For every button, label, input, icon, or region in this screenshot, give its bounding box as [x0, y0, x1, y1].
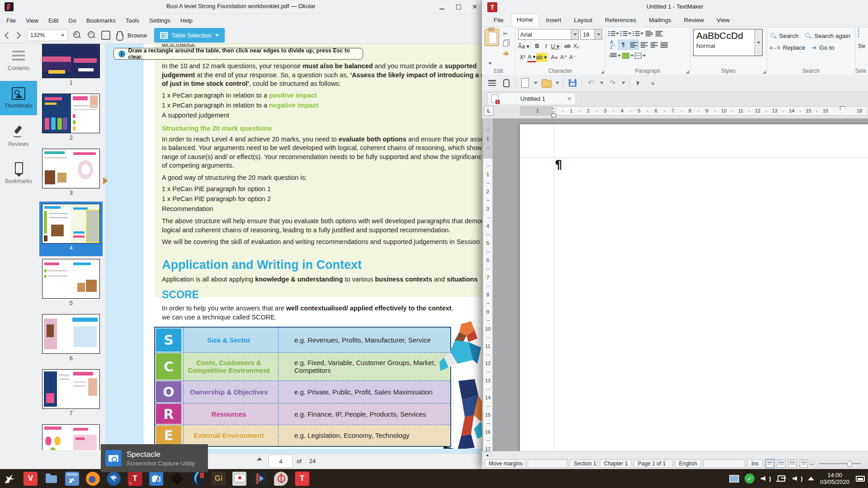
paste-dropdown-icon[interactable] [488, 62, 492, 65]
menu-hamburger-icon[interactable] [486, 78, 497, 89]
pdf-viewport[interactable]: all 8 marks.Structuring the 10 and 12 ma… [105, 44, 482, 453]
thumbnail-item-6[interactable]: 6 [42, 314, 100, 365]
strikethrough-button[interactable]: ab [563, 42, 572, 51]
tab-layout[interactable]: Layout [569, 14, 598, 27]
search-item-go-to[interactable]: ➔Go to [811, 42, 834, 53]
font-color-button[interactable]: A ▾ [527, 52, 536, 62]
superscript-button[interactable]: X² [518, 53, 527, 62]
indent-marker-icon[interactable] [552, 106, 557, 110]
page-spin-up-icon[interactable] [257, 457, 262, 460]
file-manager-icon[interactable] [44, 472, 58, 486]
font-name-combobox[interactable]: Arial [518, 29, 579, 40]
okular-menu-edit[interactable]: Edit [48, 17, 58, 24]
borders-button[interactable] [635, 51, 646, 60]
vivaldi-icon[interactable]: V [24, 472, 38, 486]
underline-button[interactable]: U ▾ [551, 42, 560, 51]
caret-up-tray-icon[interactable] [808, 477, 814, 480]
save-icon[interactable] [567, 78, 578, 89]
document-page[interactable] [520, 124, 868, 451]
undo-dropdown-icon[interactable] [600, 82, 604, 84]
search-item-search[interactable]: Search [770, 30, 799, 42]
outline-view-icon[interactable] [800, 460, 808, 468]
fullpage-view-icon[interactable] [788, 460, 797, 468]
align-right-button[interactable] [650, 40, 659, 49]
thumbnail-item-4[interactable]: 4 [42, 204, 100, 254]
launcher-dove-icon[interactable] [3, 472, 17, 486]
sidebar-tab-thumbnails[interactable]: Thumbnails [0, 81, 37, 115]
volume-tray-icon[interactable] [760, 474, 770, 483]
undo-icon[interactable]: ↶ [585, 78, 596, 89]
shading-button[interactable] [622, 51, 634, 60]
thumbnail-item-7[interactable]: 7 [42, 369, 100, 420]
right-indent-marker-icon[interactable] [840, 106, 845, 113]
status-cell-move-margins[interactable]: Move margins [485, 460, 525, 468]
align-justify-button[interactable] [660, 40, 669, 49]
thumbnail-item-2[interactable]: 2 [42, 94, 100, 144]
okular-menu-settings[interactable]: Settings [149, 17, 170, 24]
okular-menu-file[interactable]: File [6, 17, 16, 24]
thumbnail-item-1[interactable]: 1 [42, 44, 100, 89]
styles-combobox[interactable]: AaBbCcDdNormal [693, 29, 763, 56]
search-item-replace[interactable]: a→bReplace [770, 42, 806, 53]
check-tray-icon[interactable]: ✓ [745, 474, 755, 483]
sort-button[interactable]: AZ↕ [608, 40, 617, 49]
align-center-button[interactable] [640, 40, 649, 49]
close-tab-icon[interactable]: ✕ [567, 95, 572, 102]
score-table[interactable]: SSize & Sectore.g. Revenues, Profits, Ma… [154, 327, 451, 447]
okular-menu-bookmarks[interactable]: Bookmarks [86, 17, 116, 24]
back-icon[interactable] [5, 32, 12, 39]
status-cell-chapter-1[interactable]: Chapter 1 [600, 460, 632, 468]
multilevel-list-button[interactable] [632, 29, 644, 38]
current-page-input[interactable] [269, 455, 293, 468]
tab-insert[interactable]: Insert [541, 14, 567, 27]
vertical-ruler[interactable]: 11234567891011121314151617 [483, 118, 493, 451]
touch-mode-icon[interactable] [501, 78, 512, 89]
network-tray-icon[interactable] [776, 474, 786, 483]
browse-hand-icon[interactable] [115, 31, 123, 40]
display-tray-icon[interactable] [729, 474, 739, 483]
horizontal-ruler[interactable]: 11234567891011121314151618 [520, 106, 868, 116]
document-tab[interactable]: Untitled 1 ✕ [487, 93, 576, 104]
sidebar-tab-reviews[interactable]: Reviews [0, 119, 37, 153]
zoom-knob-icon[interactable] [847, 460, 852, 467]
close-button[interactable]: ✕ [471, 3, 479, 10]
zoom-in-icon[interactable]: + [72, 30, 82, 40]
thumbnail-item-3[interactable]: 3 [42, 149, 100, 199]
scroll-left-icon[interactable]: ◀ [483, 452, 491, 459]
search-item-search-again[interactable]: Search again [805, 30, 850, 42]
thumbnail-item-8[interactable]: 8 [42, 424, 100, 450]
toolbar-overflow-icon[interactable]: » [647, 78, 658, 89]
status-cell-ins[interactable]: Ins [747, 460, 763, 468]
clock[interactable]: 14:0003/05/2020 [820, 472, 849, 485]
status-cell-english[interactable]: English [675, 460, 701, 468]
continuous-view-icon[interactable] [777, 460, 785, 468]
zoom-out-icon[interactable]: − [87, 30, 97, 40]
numbered-list-button[interactable] [620, 29, 632, 38]
clear-formatting-button[interactable]: A◆ [550, 53, 559, 62]
screen-recorder-icon[interactable] [232, 472, 246, 486]
drawer-tray-icon[interactable] [855, 474, 865, 483]
open-file-icon[interactable] [541, 78, 552, 89]
okular-menu-go[interactable]: Go [68, 17, 76, 24]
color-picker-icon[interactable] [274, 472, 288, 486]
font-size-combobox[interactable]: 18 [580, 29, 602, 40]
zoom-out-icon[interactable]: – [810, 460, 813, 467]
grow-font-button[interactable]: A⁺ [559, 53, 568, 62]
paste-button[interactable] [485, 29, 499, 46]
dove-blue-icon[interactable] [65, 472, 79, 486]
browse-label[interactable]: Browse [127, 32, 147, 39]
video-editor-icon[interactable] [253, 472, 267, 486]
tab-view[interactable]: View [711, 14, 735, 27]
cut-icon[interactable]: ✂ [501, 29, 510, 38]
decrease-indent-button[interactable] [645, 29, 654, 38]
thumbnail-item-5[interactable]: 5 [42, 259, 100, 310]
minimize-button[interactable] [438, 3, 446, 10]
zoom-slider[interactable] [819, 460, 861, 468]
increase-indent-button[interactable] [655, 29, 664, 38]
okular-titlebar[interactable]: Busi A level Strong Foundation workbookl… [0, 0, 482, 14]
sidebar-tab-bookmarks[interactable]: Bookmarks [0, 156, 37, 190]
okular-menu-view[interactable]: View [26, 17, 38, 24]
sidebar-tab-contents[interactable]: Contents [0, 44, 37, 78]
gimp-gi-icon[interactable]: Gi [212, 472, 226, 486]
maximize-button[interactable] [455, 3, 463, 10]
